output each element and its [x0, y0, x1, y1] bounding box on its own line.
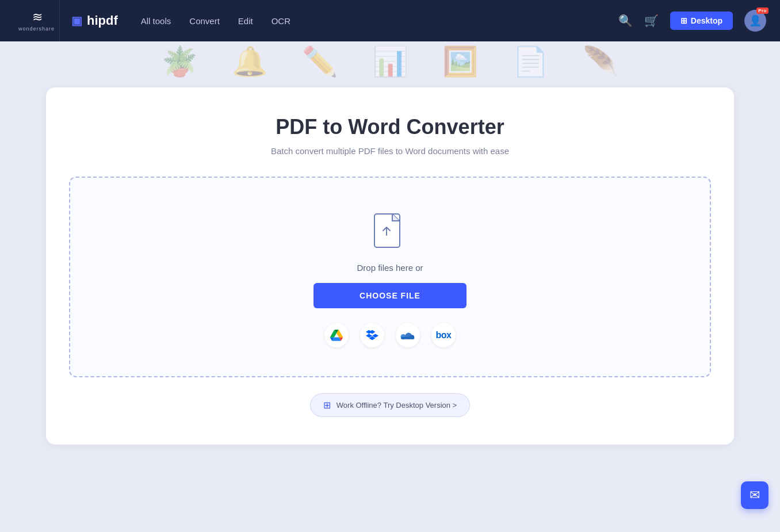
navbar: ≋ wondershare ▣ hipdf All tools Convert …	[0, 0, 780, 41]
illus-pencils: ✏️	[302, 47, 338, 76]
dropbox-button[interactable]	[360, 323, 384, 347]
search-button[interactable]: 🔍	[618, 14, 633, 28]
converter-card: PDF to Word Converter Batch convert mult…	[46, 87, 734, 445]
illus-document: 📄	[513, 47, 548, 76]
ws-icon: ≋	[32, 10, 41, 25]
svg-rect-4	[401, 337, 414, 339]
desktop-btn-label: Desktop	[691, 16, 722, 25]
drop-zone[interactable]: Drop files here or CHOOSE FILE	[69, 177, 711, 377]
wondershare-logo[interactable]: ≋ wondershare	[14, 0, 60, 41]
hero-illustrations: 🪴 🔔 ✏️ 📊 🖼️ 📄 🪶	[162, 47, 618, 76]
box-button[interactable]: box	[431, 323, 456, 347]
illus-bell: 🔔	[232, 47, 267, 76]
desktop-icon: ⊞	[680, 16, 687, 25]
onedrive-icon	[400, 330, 415, 341]
illus-presentation: 🖼️	[442, 47, 478, 76]
ws-brand-text: wondershare	[18, 26, 55, 32]
desktop-button[interactable]: ⊞ Desktop	[670, 12, 733, 30]
nav-actions: 🔍 🛒 ⊞ Desktop 👤 Pro	[618, 10, 766, 32]
chat-button[interactable]: ✉	[741, 481, 768, 509]
drop-text: Drop files here or	[357, 263, 423, 273]
cloud-icons: box	[324, 323, 456, 347]
nav-edit[interactable]: Edit	[238, 16, 253, 26]
illus-chart: 📊	[372, 47, 408, 76]
converter-title: PDF to Word Converter	[69, 115, 711, 139]
cart-button[interactable]: 🛒	[644, 14, 659, 28]
upload-icon	[373, 212, 407, 252]
illus-feather: 🪶	[583, 47, 618, 76]
hipdf-logo-icon: ▣	[71, 14, 82, 28]
nav-ocr[interactable]: OCR	[272, 16, 290, 26]
nav-all-tools[interactable]: All tools	[141, 16, 171, 26]
offline-pill[interactable]: ⊞ Work Offline? Try Desktop Version >	[310, 393, 470, 417]
nav-convert[interactable]: Convert	[189, 16, 220, 26]
gdrive-icon	[330, 330, 343, 341]
dropbox-icon	[366, 330, 378, 341]
hipdf-brand[interactable]: ▣ hipdf	[71, 13, 118, 28]
pro-badge: Pro	[756, 7, 768, 14]
converter-subtitle: Batch convert multiple PDF files to Word…	[69, 146, 711, 156]
offline-banner: ⊞ Work Offline? Try Desktop Version >	[69, 393, 711, 417]
user-avatar[interactable]: 👤 Pro	[744, 10, 766, 32]
nav-links: All tools Convert Edit OCR	[141, 16, 618, 26]
page-content: PDF to Word Converter Batch convert mult…	[0, 99, 780, 479]
desktop-offline-icon: ⊞	[323, 400, 331, 411]
file-upload-svg	[374, 213, 406, 251]
google-drive-button[interactable]	[324, 323, 349, 347]
illus-plant: 🪴	[162, 47, 197, 76]
choose-file-button[interactable]: CHOOSE FILE	[313, 283, 467, 308]
onedrive-button[interactable]	[396, 323, 420, 347]
box-icon: box	[436, 330, 452, 340]
offline-text: Work Offline? Try Desktop Version >	[337, 401, 457, 409]
hipdf-logo-text: hipdf	[87, 13, 118, 28]
